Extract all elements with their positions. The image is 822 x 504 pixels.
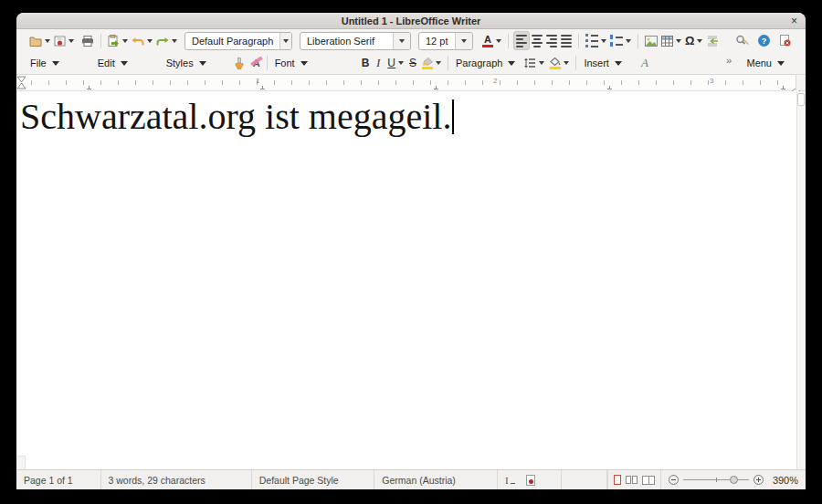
horizontal-scrollbar-stub[interactable] — [16, 456, 26, 469]
bullet-list-button[interactable] — [584, 31, 608, 50]
menu-button[interactable]: Menu — [743, 54, 787, 73]
undo-dropdown-caret[interactable] — [147, 39, 153, 43]
special-character-dropdown-caret[interactable] — [697, 39, 702, 43]
zoom-control — [669, 475, 764, 485]
page-style-status[interactable]: Default Page Style — [252, 470, 375, 489]
font-color-dropdown-caret[interactable] — [496, 39, 501, 43]
bullet-list-dropdown-caret[interactable] — [601, 39, 606, 43]
chevron-down-icon — [283, 39, 289, 43]
insert-image-button[interactable] — [643, 31, 659, 50]
line-spacing-dropdown-caret[interactable] — [539, 61, 544, 65]
help-button[interactable]: ? — [756, 31, 772, 50]
redo-dropdown-caret[interactable] — [172, 39, 177, 43]
chevron-down-icon — [121, 61, 128, 66]
print-icon — [81, 36, 94, 47]
open-button[interactable] — [27, 31, 52, 50]
font-name-combobox[interactable]: Liberation Serif — [300, 32, 411, 50]
align-right-icon — [546, 35, 557, 47]
align-justify-button[interactable] — [559, 31, 574, 50]
align-right-button[interactable] — [544, 31, 559, 50]
paragraph-style-value[interactable]: Default Paragraph — [185, 33, 279, 49]
multi-page-view-icon[interactable] — [626, 476, 638, 484]
selection-mode-cell[interactable]: I — [498, 470, 562, 489]
styles-menu[interactable]: Styles — [163, 54, 209, 73]
vertical-scrollbar-thumb[interactable] — [797, 93, 805, 106]
insert-page-break-button[interactable] — [704, 31, 721, 50]
redo-button[interactable] — [154, 31, 179, 50]
titlebar[interactable]: Untitled 1 - LibreOffice Writer × — [16, 13, 806, 29]
font-size-dropdown-button[interactable] — [455, 33, 472, 49]
ruler-corner — [796, 75, 806, 90]
font-size-combobox[interactable]: 12 pt — [418, 32, 473, 50]
close-document-button[interactable] — [777, 31, 793, 50]
numbered-list-button[interactable] — [608, 31, 633, 50]
font-size-value[interactable]: 12 pt — [419, 33, 455, 49]
font-color-button[interactable]: A — [480, 31, 503, 50]
toolbar-overflow-button[interactable]: » — [726, 55, 732, 66]
highlight-dropdown-caret[interactable] — [436, 61, 441, 65]
language-status[interactable]: German (Austria) — [374, 470, 498, 489]
zoom-in-button[interactable] — [754, 475, 764, 485]
undo-button[interactable] — [130, 31, 154, 50]
toolbar-right-group: ? — [733, 31, 793, 50]
chevron-down-icon — [300, 61, 308, 66]
line-spacing-button[interactable] — [522, 54, 546, 73]
paragraph-background-dropdown-caret[interactable] — [564, 61, 569, 65]
zoom-out-button[interactable] — [669, 475, 679, 485]
document-paragraph[interactable]: Schwarzatal.org ist megageil. — [20, 95, 806, 139]
zoom-level-label[interactable]: 390% — [771, 475, 798, 486]
insert-table-dropdown-caret[interactable] — [676, 39, 681, 43]
tab-stop-marker[interactable] — [260, 86, 265, 89]
paste-dropdown-caret[interactable] — [122, 39, 128, 43]
clone-formatting-button[interactable] — [233, 54, 246, 73]
toolbar-groupedbar: File Edit Styles A Font B I U S — [16, 52, 806, 75]
save-dropdown-caret[interactable] — [68, 39, 74, 43]
vertical-scrollbar[interactable] — [796, 91, 806, 469]
underline-button[interactable]: U — [385, 54, 406, 73]
find-replace-button[interactable] — [733, 31, 751, 50]
highlight-color-button[interactable] — [420, 54, 443, 73]
clear-formatting-button[interactable]: A — [251, 54, 262, 73]
insert-table-button[interactable] — [659, 31, 683, 50]
paragraph-style-dropdown-button[interactable] — [279, 33, 291, 49]
chevron-down-icon — [508, 61, 515, 66]
italic-button[interactable]: I — [374, 54, 382, 73]
align-center-button[interactable] — [530, 31, 544, 50]
single-page-view-icon[interactable] — [614, 475, 621, 485]
paragraph-background-button[interactable] — [548, 54, 571, 73]
document-canvas[interactable]: Schwarzatal.org ist megageil. — [16, 91, 806, 469]
file-menu[interactable]: File — [27, 54, 62, 73]
tab-stop-marker[interactable] — [87, 86, 91, 89]
horizontal-ruler[interactable]: 1 2 3 — [16, 75, 806, 91]
strikethrough-button[interactable]: S — [407, 54, 418, 73]
tab-stop-marker[interactable] — [434, 86, 438, 89]
open-dropdown-caret[interactable] — [45, 39, 50, 43]
book-view-icon[interactable] — [642, 476, 655, 485]
paste-button[interactable] — [106, 31, 130, 50]
insert-text-box-button[interactable]: A — [639, 54, 650, 73]
tab-stop-marker[interactable] — [781, 86, 785, 89]
document-text[interactable]: Schwarzatal.org ist megageil. — [20, 96, 451, 137]
word-count-status[interactable]: 3 words, 29 characters — [101, 470, 252, 489]
save-button[interactable] — [52, 31, 76, 50]
page-count-status[interactable]: Page 1 of 1 — [16, 470, 101, 489]
paragraph-menu[interactable]: Paragraph — [453, 54, 518, 73]
signature-status-cell[interactable] — [562, 470, 607, 489]
special-character-button[interactable]: Ω — [683, 31, 704, 50]
close-window-button[interactable]: × — [791, 13, 797, 28]
zoom-slider-handle[interactable] — [730, 476, 738, 484]
insert-menu[interactable]: Insert — [581, 54, 625, 73]
bold-button[interactable]: B — [360, 54, 372, 73]
print-button[interactable] — [79, 31, 96, 50]
font-name-value[interactable]: Liberation Serif — [300, 33, 393, 49]
align-left-button[interactable] — [513, 31, 530, 50]
underline-dropdown-caret[interactable] — [398, 61, 404, 65]
numbered-list-dropdown-caret[interactable] — [626, 39, 631, 43]
tab-stop-marker[interactable] — [607, 86, 612, 89]
zoom-slider[interactable] — [683, 479, 749, 480]
window-title: Untitled 1 - LibreOffice Writer — [342, 16, 481, 26]
font-menu[interactable]: Font — [272, 54, 311, 73]
edit-menu[interactable]: Edit — [95, 54, 131, 73]
paragraph-style-combobox[interactable]: Default Paragraph — [184, 32, 292, 50]
font-name-dropdown-button[interactable] — [393, 33, 410, 49]
